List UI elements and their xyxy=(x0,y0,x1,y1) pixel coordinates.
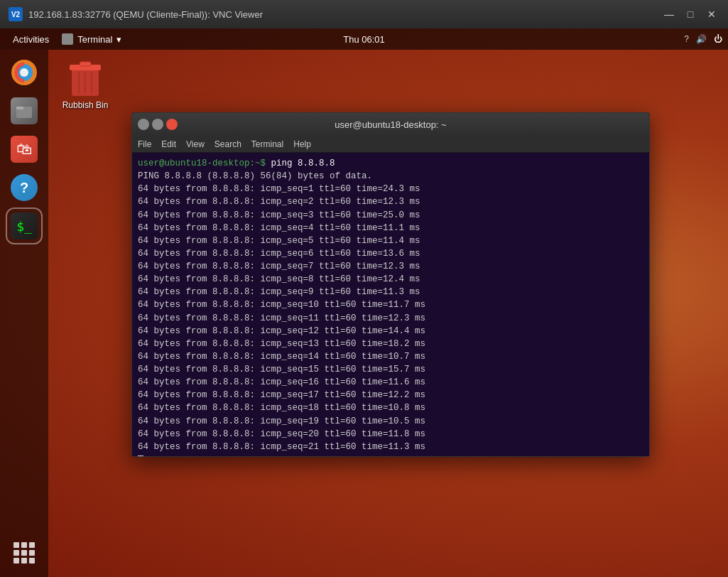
svg-point-2 xyxy=(20,68,28,77)
terminal-body[interactable]: user@ubuntu18-desktop:~$ ping 8.8.8.8 PI… xyxy=(132,153,649,456)
ping-header: PING 8.8.8.8 (8.8.8.8) 56(84) bytes of d… xyxy=(138,170,643,183)
svg-rect-7 xyxy=(80,62,91,66)
terminal-titlebar: user@ubuntu18-desktop: ~ xyxy=(132,113,649,136)
panel-app-name: Terminal xyxy=(77,34,112,45)
desktop-icon-rubbish-bin[interactable]: Rubbish Bin xyxy=(57,53,114,113)
terminal-menu-edit[interactable]: Edit xyxy=(161,139,176,149)
ping-line: 64 bytes from 8.8.8.8: icmp_seq=17 ttl=6… xyxy=(138,389,643,401)
ping-line: 64 bytes from 8.8.8.8: icmp_seq=21 ttl=6… xyxy=(138,441,643,453)
ping-line: 64 bytes from 8.8.8.8: icmp_seq=3 ttl=60… xyxy=(138,209,643,222)
vnc-app-icon: V2 xyxy=(9,7,23,21)
panel-right-area: ? 🔊 ⏻ xyxy=(684,34,722,44)
ping-line: 64 bytes from 8.8.8.8: icmp_seq=19 ttl=6… xyxy=(138,415,643,428)
panel-volume-icon[interactable]: 🔊 xyxy=(696,34,707,44)
terminal-maximize-button[interactable] xyxy=(152,119,163,130)
terminal-menu-view[interactable]: View xyxy=(186,139,205,149)
help-icon: ? xyxy=(11,174,38,201)
dock: 🛍 ? $_ xyxy=(0,50,48,577)
desktop: V2 192.168.1.83:32776 (QEMU (Cliente-Fin… xyxy=(0,0,728,577)
terminal-cursor xyxy=(138,455,143,456)
ping-line: 64 bytes from 8.8.8.8: icmp_seq=18 ttl=6… xyxy=(138,401,643,414)
ping-line: 64 bytes from 8.8.8.8: icmp_seq=15 ttl=6… xyxy=(138,363,643,376)
terminal-minimize-button[interactable] xyxy=(138,119,149,130)
files-icon xyxy=(11,97,38,124)
apps-grid-icon xyxy=(11,539,38,566)
dock-item-appstore[interactable]: 🛍 xyxy=(7,132,41,166)
terminal-menu-terminal[interactable]: Terminal xyxy=(251,139,283,149)
ping-line: 64 bytes from 8.8.8.8: icmp_seq=11 ttl=6… xyxy=(138,312,643,325)
terminal-dock-icon: $_ xyxy=(11,212,38,239)
panel-clock: Thu 06:01 xyxy=(343,34,385,45)
terminal-prompt-line: user@ubuntu18-desktop:~$ ping 8.8.8.8 xyxy=(138,157,643,170)
ping-line: 64 bytes from 8.8.8.8: icmp_seq=4 ttl=60… xyxy=(138,222,643,234)
panel-help-icon[interactable]: ? xyxy=(684,34,689,44)
ping-line: 64 bytes from 8.8.8.8: icmp_seq=7 ttl=60… xyxy=(138,260,643,273)
terminal-menubar: File Edit View Search Terminal Help xyxy=(132,136,649,153)
terminal-command: ping 8.8.8.8 xyxy=(266,158,335,168)
ping-line: 64 bytes from 8.8.8.8: icmp_seq=20 ttl=6… xyxy=(138,428,643,441)
vnc-maximize-button[interactable]: □ xyxy=(683,6,698,22)
vnc-window-title: 192.168.1.83:32776 (QEMU (Cliente-Final)… xyxy=(28,9,661,20)
activities-button[interactable]: Activities xyxy=(6,34,56,45)
vnc-close-button[interactable]: ✕ xyxy=(704,6,719,22)
ping-line: 64 bytes from 8.8.8.8: icmp_seq=2 ttl=60… xyxy=(138,195,643,208)
rubbish-bin-icon xyxy=(66,56,104,99)
ping-line: 64 bytes from 8.8.8.8: icmp_seq=1 ttl=60… xyxy=(138,183,643,195)
ping-line: 64 bytes from 8.8.8.8: icmp_seq=5 ttl=60… xyxy=(138,234,643,247)
ping-line: 64 bytes from 8.8.8.8: icmp_seq=6 ttl=60… xyxy=(138,247,643,260)
ping-line: 64 bytes from 8.8.8.8: icmp_seq=16 ttl=6… xyxy=(138,376,643,389)
terminal-menu-file[interactable]: File xyxy=(138,139,151,149)
panel-app-menu[interactable]: Terminal ▾ xyxy=(56,33,127,45)
dock-item-firefox[interactable] xyxy=(7,55,41,90)
ping-line: 64 bytes from 8.8.8.8: icmp_seq=12 ttl=6… xyxy=(138,325,643,338)
terminal-window-title: user@ubuntu18-desktop: ~ xyxy=(335,119,446,130)
dock-item-terminal[interactable]: $_ xyxy=(7,209,41,243)
ping-line: 64 bytes from 8.8.8.8: icmp_seq=10 ttl=6… xyxy=(138,298,643,311)
terminal-window[interactable]: user@ubuntu18-desktop: ~ File Edit View … xyxy=(131,112,650,457)
terminal-cursor-line xyxy=(138,453,643,456)
vnc-titlebar: V2 192.168.1.83:32776 (QEMU (Cliente-Fin… xyxy=(0,0,728,28)
dock-item-show-apps[interactable] xyxy=(7,536,41,570)
appstore-icon: 🛍 xyxy=(11,136,38,163)
terminal-prompt: user@ubuntu18-desktop:~$ xyxy=(138,158,266,168)
ping-line: 64 bytes from 8.8.8.8: icmp_seq=9 ttl=60… xyxy=(138,286,643,298)
ping-output: 64 bytes from 8.8.8.8: icmp_seq=1 ttl=60… xyxy=(138,183,643,453)
ubuntu-top-panel: Activities Terminal ▾ Thu 06:01 ? 🔊 ⏻ xyxy=(0,28,728,50)
ping-line: 64 bytes from 8.8.8.8: icmp_seq=13 ttl=6… xyxy=(138,338,643,350)
rubbish-bin-label: Rubbish Bin xyxy=(63,100,109,110)
dock-item-files[interactable] xyxy=(7,94,41,128)
terminal-menu-help[interactable]: Help xyxy=(293,139,311,149)
panel-dropdown-icon: ▾ xyxy=(116,34,121,45)
panel-power-icon[interactable]: ⏻ xyxy=(714,34,722,44)
vnc-window-controls: — □ ✕ xyxy=(661,6,719,22)
terminal-panel-icon xyxy=(62,33,73,45)
vnc-minimize-button[interactable]: — xyxy=(661,6,677,22)
dock-item-help[interactable]: ? xyxy=(7,171,41,205)
svg-rect-4 xyxy=(16,107,23,109)
ping-line: 64 bytes from 8.8.8.8: icmp_seq=14 ttl=6… xyxy=(138,350,643,363)
terminal-close-button[interactable] xyxy=(166,119,178,130)
terminal-menu-search[interactable]: Search xyxy=(214,139,241,149)
ping-line: 64 bytes from 8.8.8.8: icmp_seq=8 ttl=60… xyxy=(138,273,643,286)
